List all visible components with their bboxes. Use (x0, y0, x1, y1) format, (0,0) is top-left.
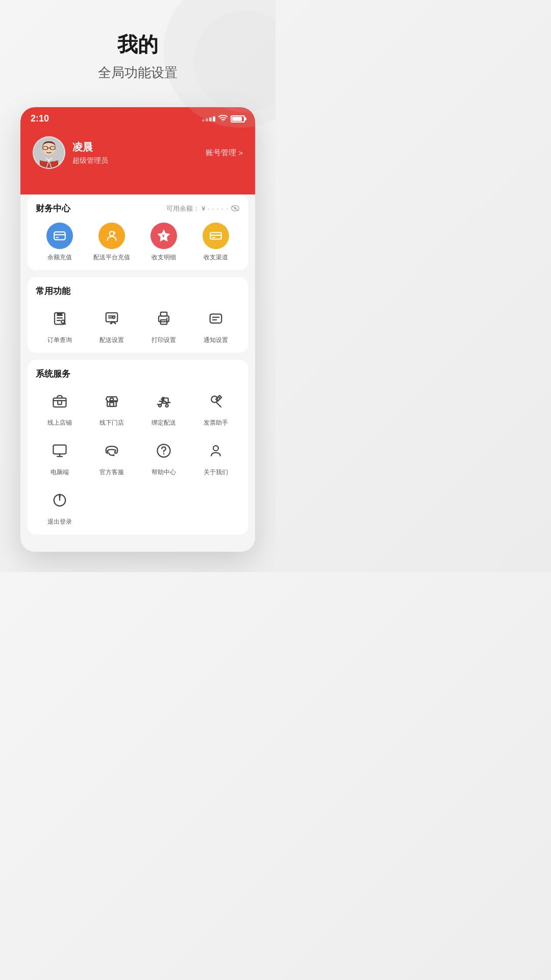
svg-rect-29 (110, 403, 114, 407)
logout-item[interactable]: 退出登录 (36, 487, 84, 526)
svg-point-35 (113, 454, 115, 456)
svg-rect-26 (210, 314, 222, 323)
user-section: 凌晨 超级管理员 账号管理 > (20, 128, 255, 179)
customer-service-icon (98, 437, 125, 464)
pc-client-icon (46, 437, 73, 464)
notification-settings-icon (203, 305, 229, 332)
svg-rect-19 (57, 313, 62, 315)
about-us-icon (203, 437, 229, 464)
help-center-icon (151, 437, 177, 464)
status-icons (202, 114, 245, 124)
logout-label: 退出登录 (47, 518, 72, 526)
balance-recharge-label: 余额充值 (47, 253, 72, 262)
finance-grid: 余额充值 配送平台充值 (36, 223, 240, 262)
help-center-label: 帮助中心 (152, 468, 176, 477)
bind-delivery-label: 绑定配送 (152, 419, 176, 427)
wifi-icon (218, 114, 228, 124)
pc-client-item[interactable]: 电脑端 (36, 437, 84, 477)
common-functions-header: 常用功能 (36, 285, 240, 297)
balance-recharge-icon (46, 223, 73, 249)
offline-store-label: 线下门店 (99, 419, 124, 427)
order-query-label: 订单查询 (47, 336, 72, 345)
status-bar: 2:10 (20, 107, 255, 128)
svg-rect-34 (54, 445, 66, 454)
delivery-recharge-item[interactable]: 配送平台充值 (88, 223, 136, 262)
print-settings-item[interactable]: 打印设置 (140, 305, 188, 345)
invoice-assistant-item[interactable]: 发票助手 (192, 388, 240, 427)
phone-mockup: 2:10 (20, 107, 255, 552)
offline-store-item[interactable]: 线下门店 (88, 388, 136, 427)
delivery-recharge-icon (98, 223, 125, 249)
print-settings-icon (151, 305, 177, 332)
help-center-item[interactable]: 帮助中心 (140, 437, 188, 477)
system-services-grid: 线上店铺 线下门店 (36, 388, 240, 526)
delivery-recharge-label: 配送平台充值 (93, 253, 130, 262)
logout-icon (46, 487, 73, 513)
svg-point-37 (163, 453, 165, 455)
balance-recharge-item[interactable]: 余额充值 (36, 223, 84, 262)
svg-point-38 (213, 446, 218, 451)
phone-content: 财务中心 可用余额： ¥ · · · · · (20, 194, 255, 552)
page-header: 我的 全局功能设置 (0, 0, 276, 97)
income-channel-label: 收支渠道 (204, 253, 228, 262)
svg-text:¥: ¥ (162, 233, 165, 238)
svg-point-0 (222, 120, 223, 121)
user-name: 凌晨 (72, 140, 108, 154)
user-info: 凌晨 超级管理员 (72, 140, 108, 165)
delivery-settings-icon (98, 305, 125, 332)
avatar (33, 136, 65, 169)
income-expense-label: 收支明细 (152, 253, 176, 262)
balance-info: 可用余额： ¥ · · · · · (166, 204, 240, 213)
bind-delivery-icon (151, 388, 177, 414)
print-settings-label: 打印设置 (152, 336, 176, 345)
svg-point-25 (166, 318, 168, 320)
notification-settings-item[interactable]: 通知设置 (192, 305, 240, 345)
notification-settings-label: 通知设置 (204, 336, 228, 345)
svg-rect-27 (54, 398, 66, 407)
svg-point-31 (166, 404, 168, 407)
account-manage-button[interactable]: 账号管理 > (206, 148, 243, 158)
common-functions-grid: 订单查询 配送设置 (36, 305, 240, 345)
user-left: 凌晨 超级管理员 (33, 136, 108, 169)
income-channel-item[interactable]: 收支渠道 (192, 223, 240, 262)
invoice-assistant-label: 发票助手 (204, 419, 228, 427)
income-expense-item[interactable]: ¥ 收支明细 (140, 223, 188, 262)
delivery-settings-item[interactable]: 配送设置 (88, 305, 136, 345)
online-store-label: 线上店铺 (47, 419, 72, 427)
svg-point-33 (211, 396, 218, 403)
online-store-item[interactable]: 线上店铺 (36, 388, 84, 427)
svg-point-11 (110, 231, 114, 236)
finance-card: 财务中心 可用余额： ¥ · · · · · (28, 194, 248, 270)
status-time: 2:10 (31, 113, 49, 124)
income-expense-icon: ¥ (151, 223, 177, 249)
delivery-settings-label: 配送设置 (99, 336, 124, 345)
system-services-card: 系统服务 线上店铺 (28, 360, 248, 534)
customer-service-label: 官方客服 (99, 468, 124, 477)
finance-header: 财务中心 可用余额： ¥ · · · · · (36, 203, 240, 214)
system-services-title: 系统服务 (36, 368, 70, 380)
order-query-icon (46, 305, 73, 332)
page-subtitle: 全局功能设置 (0, 64, 276, 82)
customer-service-item[interactable]: 官方客服 (88, 437, 136, 477)
income-channel-icon (203, 223, 229, 249)
about-us-item[interactable]: 关于我们 (192, 437, 240, 477)
system-services-header: 系统服务 (36, 368, 240, 380)
about-us-label: 关于我们 (204, 468, 228, 477)
svg-rect-20 (106, 313, 118, 322)
pc-client-label: 电脑端 (51, 468, 69, 477)
order-query-item[interactable]: 订单查询 (36, 305, 84, 345)
offline-store-icon (98, 388, 125, 414)
svg-point-21 (112, 316, 115, 318)
svg-rect-10 (56, 237, 58, 238)
common-functions-title: 常用功能 (36, 285, 70, 297)
common-functions-card: 常用功能 订单查询 (28, 277, 248, 353)
svg-point-30 (159, 404, 161, 407)
signal-icon (202, 116, 215, 121)
page-title: 我的 (0, 31, 276, 59)
toggle-balance-icon[interactable] (231, 205, 240, 213)
svg-rect-9 (54, 232, 65, 239)
battery-icon (231, 115, 245, 122)
bind-delivery-item[interactable]: 绑定配送 (140, 388, 188, 427)
finance-title: 财务中心 (36, 203, 70, 214)
online-store-icon (46, 388, 73, 414)
